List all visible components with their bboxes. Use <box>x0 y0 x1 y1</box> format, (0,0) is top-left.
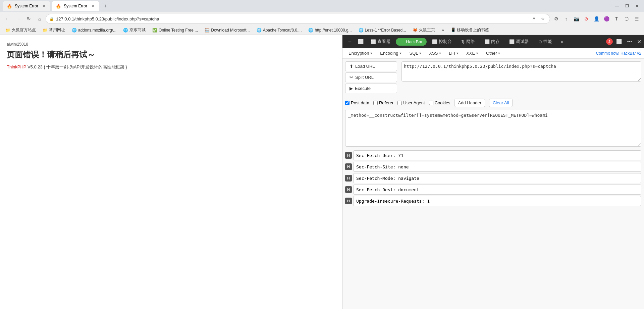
user-agent-checkbox[interactable]: User Agent <box>397 100 425 105</box>
header-input-0[interactable] <box>353 150 641 160</box>
home-button[interactable]: ⌂ <box>35 14 44 23</box>
forward-button[interactable]: → <box>13 14 23 23</box>
header-input-4[interactable] <box>353 196 641 206</box>
tab-1-close[interactable]: ✕ <box>41 3 46 9</box>
hackbar-console-tab[interactable]: ⬜ 控制台 <box>428 37 456 46</box>
bookmark-testing[interactable]: ✅ Online Testing Free ... <box>150 27 201 33</box>
bookmarks-bar: 📁 火狐官方站点 📁 常用网址 🌐 addons.mozilla.org/...… <box>0 25 644 35</box>
hackbar-menubar: Encryption ▼ Encoding ▼ SQL ▼ XSS ▼ LFI … <box>342 48 644 59</box>
url-input[interactable] <box>401 61 641 82</box>
menu-encryption[interactable]: Encryption ▼ <box>345 49 376 57</box>
load-url-button[interactable]: ⬆ Load URL <box>345 61 397 71</box>
page-content: aiwin\25018 页面错误！请稍后再试～ ThinkPHP V5.0.23… <box>0 35 342 309</box>
translate-icon[interactable]: A <box>530 15 538 22</box>
header-input-3[interactable] <box>353 185 641 195</box>
sync-icon[interactable]: ↕ <box>561 14 571 23</box>
menu-sql[interactable]: SQL ▼ <box>406 49 425 57</box>
firefox-account-icon[interactable]: 🟣 <box>602 14 611 23</box>
header-badge-4: H <box>345 198 352 204</box>
translate-btn-icon[interactable]: T <box>612 14 621 23</box>
bookmark-mobile[interactable]: 📱 移动设备上的书签 <box>448 27 492 34</box>
screenshot-icon[interactable]: 📷 <box>572 14 581 23</box>
encryption-arrow-icon: ▼ <box>370 52 373 55</box>
tab-2[interactable]: 🔥 System Error ✕ <box>52 1 99 11</box>
address-bar-url: 127.0.0.1/thinkphp5.0.23/public/index.ph… <box>56 16 526 21</box>
hackbar-memory-tab[interactable]: ⬜ 内存 <box>480 37 504 46</box>
post-data-check-input[interactable] <box>345 101 350 105</box>
cookies-checkbox[interactable]: Cookies <box>429 100 450 105</box>
minimize-button[interactable]: — <box>612 2 621 10</box>
xss-arrow-icon: ▼ <box>438 52 441 55</box>
header-input-2[interactable] <box>353 173 641 183</box>
post-data-input[interactable] <box>345 110 641 147</box>
commit-now-link[interactable]: Commit now! HackBar v2 <box>596 51 641 56</box>
container-icon[interactable]: ⬡ <box>622 14 631 23</box>
extensions-icon[interactable]: ⚙ <box>551 14 561 23</box>
hackbar-close-button[interactable]: ✕ <box>637 39 641 45</box>
header-row-0: H <box>345 150 641 160</box>
close-button[interactable]: ✕ <box>633 2 641 10</box>
headers-section: H H H H H <box>345 150 641 206</box>
profile-icon[interactable]: 👤 <box>592 14 601 23</box>
hackbar-inspector-tab[interactable]: ⬜ 查看器 <box>367 37 394 46</box>
post-data-checkbox[interactable]: Post data <box>345 100 369 105</box>
bookmark-microsoft[interactable]: 🪟 Download Microsoft... <box>202 27 252 33</box>
hackbar-more-tools[interactable]: » <box>557 37 567 46</box>
tab-1[interactable]: 🔥 System Error ✕ <box>3 1 50 11</box>
hackbar-tab-dot <box>400 39 405 44</box>
header-badge-1: H <box>345 163 352 170</box>
new-tab-button[interactable]: + <box>101 1 110 11</box>
bookmark-firefox-home[interactable]: 🦊 火狐主页 <box>410 27 438 34</box>
tab-2-close[interactable]: ✕ <box>90 3 95 9</box>
execute-button[interactable]: ▶ Execute <box>345 84 397 93</box>
bookmark-addons[interactable]: 🌐 addons.mozilla.org/... <box>69 27 119 33</box>
user-info: aiwin\25018 <box>7 42 335 47</box>
bookmark-tomcat[interactable]: 🌐 Apache Tomcat/8.0.... <box>254 27 305 33</box>
bookmark-enet[interactable]: 🌐 http://enet.10000.g... <box>306 27 354 33</box>
maximize-button[interactable]: ❐ <box>623 2 631 10</box>
back-button[interactable]: ← <box>3 14 12 23</box>
menu-other[interactable]: Other ▼ <box>483 49 504 57</box>
referer-checkbox[interactable]: Referer <box>373 100 393 105</box>
bookmark-microsoft-icon: 🪟 <box>205 28 210 33</box>
bookmark-icon[interactable]: ☆ <box>539 15 546 22</box>
bookmark-enet-icon: 🌐 <box>308 28 313 33</box>
cookies-check-input[interactable] <box>429 101 433 105</box>
bookmark-less1[interactable]: 🌐 Less-1 **Error Based... <box>356 27 409 33</box>
menu-xxe[interactable]: XXE ▼ <box>463 49 482 57</box>
referer-check-input[interactable] <box>373 101 378 105</box>
vpn-icon[interactable]: ⊘ <box>582 14 591 23</box>
user-agent-check-input[interactable] <box>397 101 402 105</box>
menu-encoding[interactable]: Encoding ▼ <box>377 49 405 57</box>
address-bar[interactable]: 🔒 127.0.0.1/thinkphp5.0.23/public/index.… <box>46 14 550 24</box>
clear-all-button[interactable]: Clear All <box>489 99 513 107</box>
bookmark-common[interactable]: 📁 常用网址 <box>40 27 68 34</box>
bookmark-testing-icon: ✅ <box>152 28 157 33</box>
split-url-button[interactable]: ✂ Split URL <box>345 72 397 82</box>
header-row-4: H <box>345 196 641 206</box>
bookmark-foxsite[interactable]: 📁 火狐官方站点 <box>3 27 39 34</box>
header-badge-2: H <box>345 175 352 182</box>
hackbar-tab[interactable]: HackBar <box>396 38 427 46</box>
hackbar-inspector-icon[interactable]: ⬜ <box>356 37 365 46</box>
hackbar-ellipsis-icon[interactable]: ••• <box>625 37 634 46</box>
hackbar-settings-icon[interactable]: ⬜ <box>614 37 624 46</box>
xxe-arrow-icon: ▼ <box>476 52 479 55</box>
tab-1-title: System Error <box>15 4 38 8</box>
reload-button[interactable]: ↻ <box>24 14 34 23</box>
hackbar-back-icon[interactable]: ← <box>345 37 355 46</box>
hackbar-perf-tab[interactable]: ⊙ 性能 <box>534 37 556 46</box>
bookmark-jd[interactable]: 🌐 京东商城 <box>120 27 148 34</box>
header-input-1[interactable] <box>353 162 641 172</box>
menu-xss[interactable]: XSS ▼ <box>426 49 445 57</box>
other-arrow-icon: ▼ <box>498 52 501 55</box>
hackbar-debugger-tab[interactable]: ⬜ 调试器 <box>505 37 533 46</box>
hackbar-network-tab[interactable]: ⇅ 网络 <box>457 37 479 46</box>
more-icon[interactable]: ☰ <box>632 14 641 23</box>
options-row: Post data Referer User Agent Cookies Add… <box>345 96 641 110</box>
add-header-button[interactable]: Add Header <box>454 99 485 107</box>
thinkphp-link[interactable]: ThinkPHP <box>7 64 26 69</box>
header-badge-0: H <box>345 152 352 159</box>
bookmark-more[interactable]: » <box>439 27 447 33</box>
menu-lfi[interactable]: LFI ▼ <box>445 49 462 57</box>
